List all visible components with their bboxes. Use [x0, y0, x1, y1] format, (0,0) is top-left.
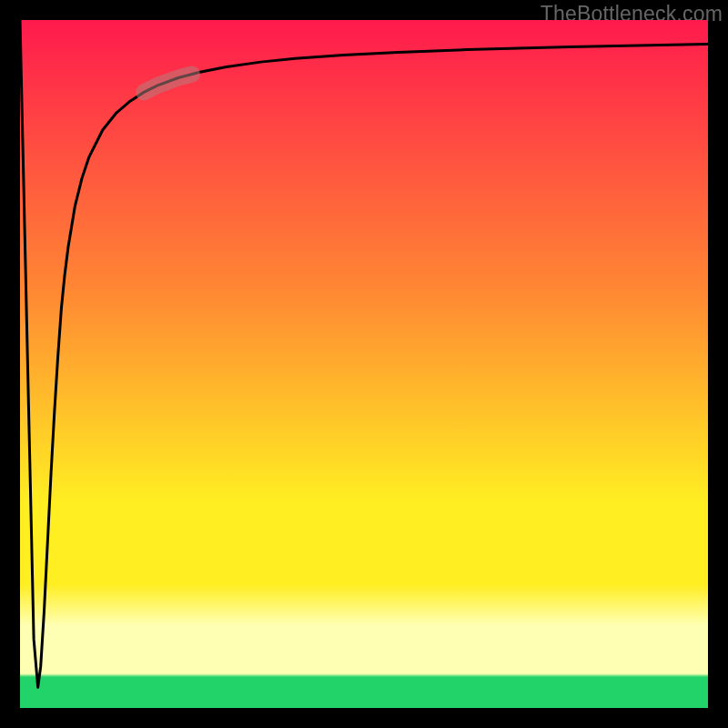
chart-stage: TheBottleneck.com: [0, 0, 728, 728]
chart-background: [20, 20, 708, 708]
chart-svg: [20, 20, 708, 708]
plot-area: [20, 20, 708, 708]
